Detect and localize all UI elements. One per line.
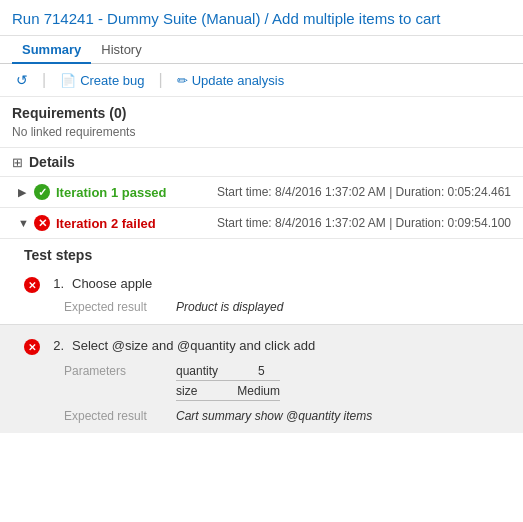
step-2-number: 2. [48, 338, 64, 353]
test-steps-title: Test steps [24, 247, 511, 263]
page-title: Run 714241 - Dummy Suite (Manual) / Add … [12, 8, 511, 29]
step-2-status-icon: ✕ [24, 339, 40, 355]
params-table: quantity 5 size Medium [176, 364, 280, 401]
step-1-expected-label: Expected result [64, 300, 164, 314]
step-1-expected-value: Product is displayed [176, 300, 283, 314]
refresh-button[interactable]: ↺ [12, 70, 32, 90]
toolbar-separator-2: | [158, 71, 162, 89]
iteration-2-row[interactable]: ▼ ✕ Iteration 2 failed Start time: 8/4/2… [0, 207, 523, 238]
update-analysis-button[interactable]: ✏ Update analysis [173, 71, 289, 90]
tab-summary[interactable]: Summary [12, 36, 91, 64]
iteration-1-row[interactable]: ▶ ✓ Iteration 1 passed Start time: 8/4/2… [0, 176, 523, 207]
step-1-status-icon: ✕ [24, 277, 40, 293]
iteration-1-duration: Duration: 0:05:24.461 [396, 185, 511, 199]
step-2-params-container: Parameters quantity 5 size Medium [64, 364, 511, 401]
param-size-key: size [176, 384, 197, 398]
param-quantity-value: 5 [258, 364, 265, 378]
step-2-expected-row: Expected result Cart summary show @quant… [64, 407, 511, 425]
tab-history[interactable]: History [91, 36, 151, 64]
step-2-section: ✕ 2. Select @size and @quantity and clic… [0, 324, 523, 433]
details-title: Details [29, 154, 75, 170]
bug-icon: 📄 [60, 73, 76, 88]
details-expand-icon[interactable]: ⊞ [12, 155, 23, 170]
iteration-2-duration: Duration: 0:09:54.100 [396, 216, 511, 230]
requirements-section: Requirements (0) No linked requirements [0, 97, 523, 147]
requirements-title: Requirements (0) [12, 105, 511, 121]
iteration-2-label: Iteration 2 failed [56, 216, 156, 231]
details-header: ⊞ Details [0, 147, 523, 176]
test-steps-container: Test steps ✕ 1. Choose apple Expected re… [0, 238, 523, 324]
pencil-icon: ✏ [177, 73, 188, 88]
refresh-icon: ↺ [16, 72, 28, 88]
iteration-2-status-icon: ✕ [34, 215, 50, 231]
requirements-subtitle: No linked requirements [12, 125, 511, 139]
step-2-action: Select @size and @quantity and click add [72, 338, 511, 353]
step-2-expected-label: Expected result [64, 409, 164, 423]
step-1-expected-row: Expected result Product is displayed [64, 298, 511, 316]
iteration-1-meta: Start time: 8/4/2016 1:37:02 AM | Durati… [217, 185, 511, 199]
param-quantity-row: quantity 5 [176, 364, 280, 381]
step-2-row: ✕ 2. Select @size and @quantity and clic… [24, 333, 511, 360]
iteration-2-meta: Start time: 8/4/2016 1:37:02 AM | Durati… [217, 216, 511, 230]
iteration-1-status-icon: ✓ [34, 184, 50, 200]
create-bug-button[interactable]: 📄 Create bug [56, 71, 148, 90]
toolbar-separator-1: | [42, 71, 46, 89]
param-quantity-key: quantity [176, 364, 218, 378]
page-header: Run 714241 - Dummy Suite (Manual) / Add … [0, 0, 523, 36]
iteration-1-start: Start time: 8/4/2016 1:37:02 AM [217, 185, 386, 199]
param-size-row: size Medium [176, 381, 280, 401]
param-size-value: Medium [237, 384, 280, 398]
step-1-row: ✕ 1. Choose apple [24, 271, 511, 298]
iteration-1-label: Iteration 1 passed [56, 185, 167, 200]
toolbar: ↺ | 📄 Create bug | ✏ Update analysis [0, 64, 523, 97]
iteration-1-chevron: ▶ [18, 186, 28, 199]
update-analysis-label: Update analysis [192, 73, 285, 88]
step-1-number: 1. [48, 276, 64, 291]
tabs-container: Summary History [0, 36, 523, 64]
step-1-action: Choose apple [72, 276, 511, 291]
iteration-2-start: Start time: 8/4/2016 1:37:02 AM [217, 216, 386, 230]
step-2-params-label: Parameters [64, 364, 164, 378]
iteration-2-chevron: ▼ [18, 217, 28, 229]
step-2-expected-value: Cart summary show @quantity items [176, 409, 372, 423]
create-bug-label: Create bug [80, 73, 144, 88]
